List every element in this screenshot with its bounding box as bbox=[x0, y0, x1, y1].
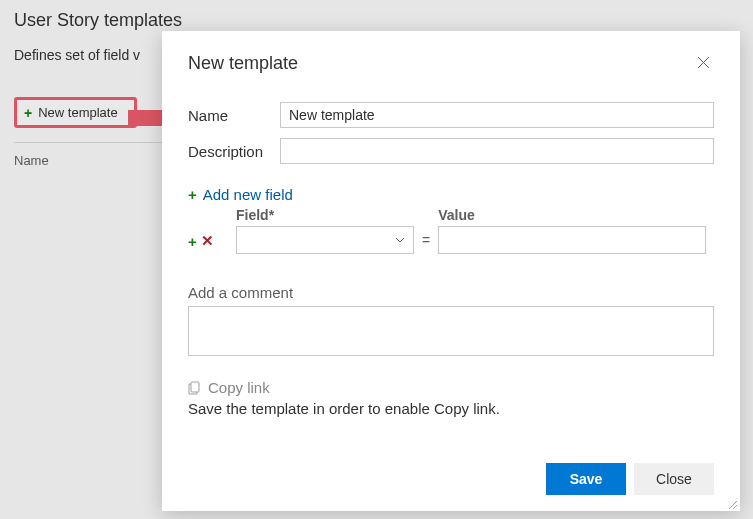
field-header-label: Field* bbox=[236, 207, 414, 223]
value-column: Value bbox=[438, 207, 706, 254]
chevron-down-icon bbox=[395, 237, 405, 243]
description-input[interactable] bbox=[280, 138, 714, 164]
field-column: Field* bbox=[236, 207, 414, 254]
description-row: Description bbox=[188, 138, 714, 164]
copy-link-button: Copy link bbox=[188, 379, 714, 396]
field-row-actions: + ✕ bbox=[188, 232, 228, 254]
close-icon[interactable] bbox=[693, 51, 714, 76]
dialog-footer: Save Close bbox=[188, 451, 714, 495]
close-button[interactable]: Close bbox=[634, 463, 714, 495]
new-template-dialog: New template Name Description + Add new … bbox=[162, 31, 740, 511]
dialog-title: New template bbox=[188, 53, 298, 74]
comment-section: Add a comment bbox=[188, 284, 714, 359]
dialog-header: New template bbox=[188, 51, 714, 76]
add-field-section: + Add new field + ✕ Field* = Value bbox=[188, 186, 714, 254]
plus-icon: + bbox=[188, 186, 197, 203]
field-select[interactable] bbox=[236, 226, 414, 254]
field-row: + ✕ Field* = Value bbox=[188, 207, 714, 254]
name-label: Name bbox=[188, 107, 280, 124]
svg-rect-0 bbox=[191, 382, 199, 392]
copy-link-section: Copy link Save the template in order to … bbox=[188, 379, 714, 417]
add-row-icon[interactable]: + bbox=[188, 233, 197, 250]
equals-label: = bbox=[422, 232, 430, 254]
remove-row-icon[interactable]: ✕ bbox=[201, 232, 214, 250]
copy-link-label: Copy link bbox=[208, 379, 270, 396]
save-button[interactable]: Save bbox=[546, 463, 626, 495]
description-label: Description bbox=[188, 143, 280, 160]
name-row: Name bbox=[188, 102, 714, 128]
resize-handle-icon[interactable] bbox=[726, 497, 738, 509]
name-input[interactable] bbox=[280, 102, 714, 128]
copy-icon bbox=[188, 381, 202, 395]
copy-link-description: Save the template in order to enable Cop… bbox=[188, 400, 714, 417]
comment-label: Add a comment bbox=[188, 284, 714, 301]
value-header-label: Value bbox=[438, 207, 706, 223]
add-new-field-label: Add new field bbox=[203, 186, 293, 203]
add-new-field-link[interactable]: + Add new field bbox=[188, 186, 714, 203]
value-input[interactable] bbox=[438, 226, 706, 254]
comment-textarea[interactable] bbox=[188, 306, 714, 356]
